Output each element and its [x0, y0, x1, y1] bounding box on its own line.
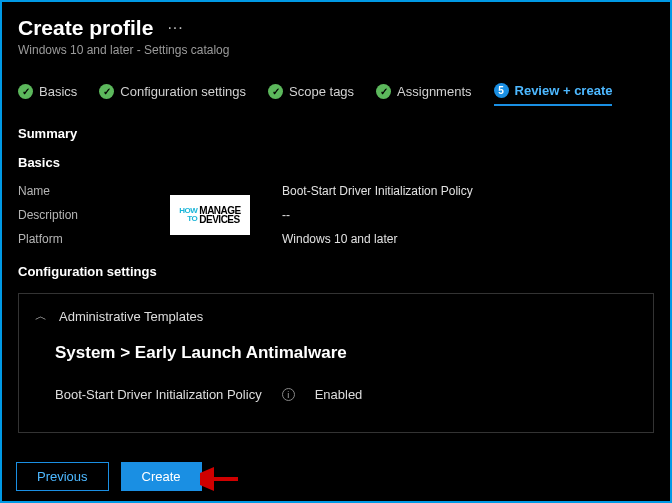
create-button[interactable]: Create	[121, 462, 202, 491]
basics-heading: Basics	[18, 155, 654, 170]
check-icon: ✓	[376, 84, 391, 99]
step-review-create[interactable]: 5 Review + create	[494, 83, 613, 106]
wizard-steps: ✓ Basics ✓ Configuration settings ✓ Scop…	[2, 63, 670, 112]
settings-path: System > Early Launch Antimalware	[55, 343, 637, 363]
check-icon: ✓	[99, 84, 114, 99]
configuration-box: ︿ Administrative Templates System > Earl…	[18, 293, 654, 433]
description-label: Description	[18, 208, 138, 222]
platform-value: Windows 10 and later	[282, 232, 654, 246]
check-icon: ✓	[268, 84, 283, 99]
step-label: Configuration settings	[120, 84, 246, 99]
step-label: Basics	[39, 84, 77, 99]
step-number-icon: 5	[494, 83, 509, 98]
description-value: --	[282, 208, 654, 222]
step-scope-tags[interactable]: ✓ Scope tags	[268, 84, 354, 105]
step-label: Review + create	[515, 83, 613, 98]
setting-row: Boot-Start Driver Initialization Policy …	[55, 387, 637, 402]
basics-table: Name HOWTO MANAGEDEVICES Boot-Start Driv…	[18, 184, 654, 246]
name-value: Boot-Start Driver Initialization Policy	[282, 184, 654, 198]
summary-heading: Summary	[18, 126, 654, 141]
platform-label: Platform	[18, 232, 138, 246]
previous-button[interactable]: Previous	[16, 462, 109, 491]
watermark-logo: HOWTO MANAGEDEVICES	[168, 193, 252, 237]
step-basics[interactable]: ✓ Basics	[18, 84, 77, 105]
step-label: Assignments	[397, 84, 471, 99]
setting-name: Boot-Start Driver Initialization Policy	[55, 387, 262, 402]
configuration-settings-heading: Configuration settings	[18, 264, 654, 279]
step-assignments[interactable]: ✓ Assignments	[376, 84, 471, 105]
info-icon[interactable]: i	[282, 388, 295, 401]
page-title: Create profile	[18, 16, 153, 40]
more-actions-button[interactable]: ···	[167, 19, 183, 37]
admin-templates-expander[interactable]: ︿ Administrative Templates	[35, 308, 637, 325]
setting-value: Enabled	[315, 387, 363, 402]
page-subtitle: Windows 10 and later - Settings catalog	[18, 43, 654, 57]
step-configuration-settings[interactable]: ✓ Configuration settings	[99, 84, 246, 105]
group-label: Administrative Templates	[59, 309, 203, 324]
step-label: Scope tags	[289, 84, 354, 99]
check-icon: ✓	[18, 84, 33, 99]
chevron-up-icon: ︿	[35, 308, 47, 325]
name-label: Name	[18, 184, 138, 198]
